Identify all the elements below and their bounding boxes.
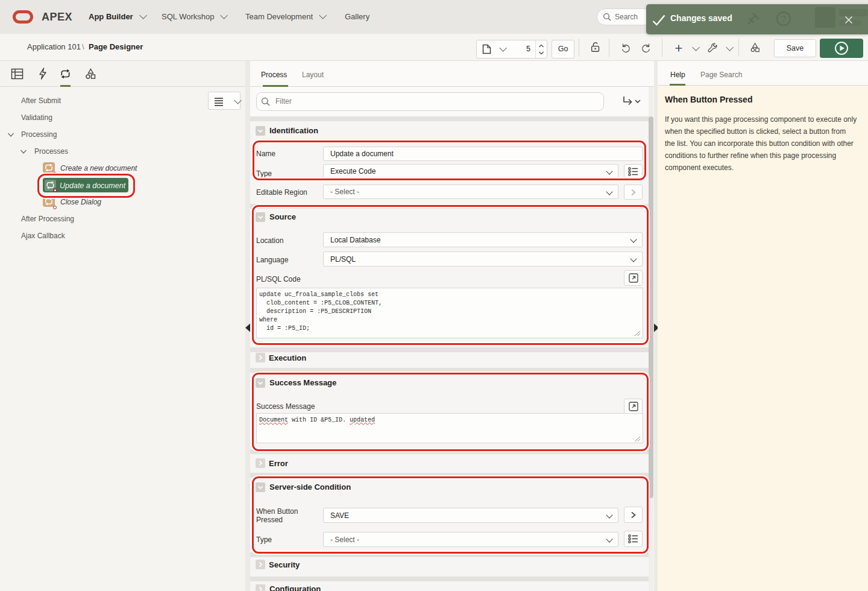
svg-text:?: ? <box>781 14 786 24</box>
